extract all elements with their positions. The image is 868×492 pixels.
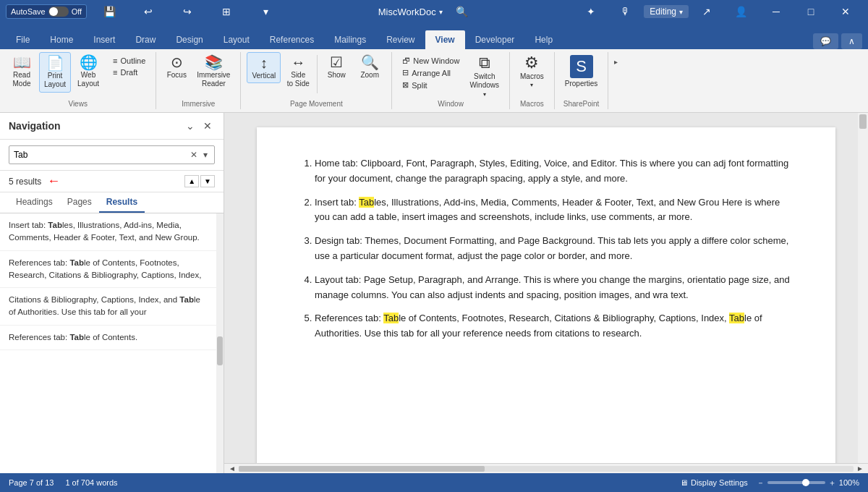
side-to-side-button[interactable]: ↔ Sideto Side: [282, 52, 314, 91]
title-search-button[interactable]: 🔍: [446, 0, 479, 23]
outline-button[interactable]: ≡ Outline: [109, 55, 150, 67]
outline-label: Outline: [120, 56, 145, 65]
split-label: Split: [412, 81, 427, 90]
tab-draw[interactable]: Draw: [125, 30, 166, 49]
nav-collapse-button[interactable]: ⌄: [183, 119, 197, 133]
editing-mode-dropdown: ▾: [679, 8, 683, 16]
zoom-slider[interactable]: [767, 481, 825, 484]
hscroll-left-button[interactable]: ◄: [226, 465, 239, 472]
zoom-decrease-button[interactable]: －: [757, 478, 765, 488]
read-mode-button[interactable]: 📖 ReadMode: [6, 52, 38, 91]
nav-scrollbar[interactable]: [216, 213, 224, 473]
web-layout-label: WebLayout: [77, 71, 99, 88]
tab-home[interactable]: Home: [40, 30, 83, 49]
show-button[interactable]: ☑ Show: [320, 52, 352, 82]
hscroll-track: [239, 466, 854, 472]
more-tools-button[interactable]: ▾: [249, 0, 282, 23]
title-bar: AutoSave Off 💾 ↩ ↪ ⊞ ▾ MiscWorkDoc ▾ 🔍 ✦…: [0, 0, 868, 23]
editing-mode-button[interactable]: Editing ▾: [644, 5, 689, 18]
copilot-button[interactable]: ✦: [574, 0, 608, 23]
tab-references[interactable]: References: [260, 30, 324, 49]
zoom-button[interactable]: 🔍 Zoom: [354, 52, 386, 82]
immersive-reader-button[interactable]: 📚 ImmersiveReader: [192, 52, 234, 91]
list-item[interactable]: Citations & Bibliography, Captions, Inde…: [0, 288, 216, 326]
nav-prev-button[interactable]: ▲: [184, 175, 199, 187]
doc-vscroll-thumb[interactable]: [859, 114, 867, 129]
properties-button[interactable]: S Properties: [561, 52, 603, 90]
focus-button[interactable]: ⊙ Focus: [162, 52, 191, 82]
tab-view[interactable]: View: [425, 30, 465, 49]
split-button[interactable]: ⊠ Split: [398, 79, 464, 91]
minimize-button[interactable]: ─: [760, 0, 793, 23]
draft-button[interactable]: ≡ Draft: [109, 67, 150, 78]
display-settings-icon: 🖥: [680, 478, 688, 487]
nav-search-input[interactable]: [14, 150, 188, 160]
nav-search-box: ✕ ▾: [9, 145, 215, 164]
list-item-1: Home tab: Clipboard, Font, Paragraph, St…: [315, 156, 792, 187]
list-item-3: Design tab: Themes, Document Formatting,…: [315, 234, 792, 264]
profile-button[interactable]: 👤: [725, 0, 758, 23]
switch-windows-button[interactable]: ⧉ SwitchWindows ▾: [465, 52, 503, 101]
autosave-toggle[interactable]: [48, 7, 69, 17]
share-button[interactable]: ↗: [690, 0, 723, 23]
web-layout-icon: 🌐: [80, 55, 98, 69]
doc-title-dropdown[interactable]: ▾: [439, 8, 443, 16]
arrange-all-button[interactable]: ⊟ Arrange All: [398, 67, 464, 79]
zoom-increase-button[interactable]: ＋: [828, 478, 836, 488]
tab-file[interactable]: File: [6, 30, 40, 49]
ribbon-more-button[interactable]: ▸: [608, 55, 624, 69]
new-window-button[interactable]: 🗗 New Window: [398, 55, 464, 67]
print-layout-label: PrintLayout: [44, 72, 66, 89]
list-item[interactable]: References tab: Table of Contents, Footn…: [0, 251, 216, 289]
switch-windows-icon: ⧉: [479, 55, 490, 71]
status-left: Page 7 of 13 1 of 704 words: [9, 478, 118, 487]
tab-insert[interactable]: Insert: [83, 30, 125, 49]
undo-button[interactable]: ↩: [132, 0, 165, 23]
nav-search-clear-button[interactable]: ✕: [188, 149, 200, 161]
layout-toggle-button[interactable]: ⊞: [210, 0, 243, 23]
nav-tab-headings[interactable]: Headings: [9, 192, 60, 213]
doc-title: MiscWorkDoc: [378, 7, 436, 17]
close-button[interactable]: ✕: [829, 0, 862, 23]
nav-next-button[interactable]: ▼: [200, 175, 215, 187]
nav-tab-results[interactable]: Results: [99, 192, 145, 213]
autosave-badge[interactable]: AutoSave Off: [6, 4, 87, 19]
nav-list-scroll-wrapper: Insert tab: Tables, Illustrations, Add-i…: [0, 213, 224, 473]
vertical-button[interactable]: ↕ Vertical: [247, 52, 281, 83]
tab-developer[interactable]: Developer: [465, 30, 525, 49]
focus-label: Focus: [167, 71, 187, 79]
toggle-knob: [49, 7, 58, 16]
highlight-tab-5a: Tab: [383, 313, 399, 323]
save-button[interactable]: 💾: [93, 0, 126, 23]
zoom-label: Zoom: [360, 71, 379, 79]
nav-close-button[interactable]: ✕: [200, 119, 215, 133]
doc-vscrollbar[interactable]: [858, 113, 868, 463]
scrollbar-space: [216, 213, 224, 228]
print-layout-button[interactable]: 📄 PrintLayout: [39, 52, 71, 93]
hscroll-right-button[interactable]: ►: [854, 465, 867, 472]
doc-wrapper: Home tab: Clipboard, Font, Paragraph, St…: [224, 113, 868, 473]
list-item[interactable]: Insert tab: Tables, Illustrations, Add-i…: [0, 213, 216, 251]
nav-scroll-thumb[interactable]: [217, 336, 223, 365]
maximize-button[interactable]: □: [794, 0, 827, 23]
display-settings-button[interactable]: 🖥 Display Settings: [680, 478, 748, 487]
tab-review[interactable]: Review: [376, 30, 425, 49]
tab-layout[interactable]: Layout: [213, 30, 260, 49]
nav-search-dropdown-button[interactable]: ▾: [201, 149, 210, 161]
comments-button[interactable]: 💬: [813, 33, 838, 49]
editing-mode-label: Editing: [650, 7, 676, 17]
doc-hscrollbar[interactable]: ◄ ►: [224, 463, 868, 473]
redo-button[interactable]: ↪: [171, 0, 204, 23]
doc-area[interactable]: Home tab: Clipboard, Font, Paragraph, St…: [224, 113, 868, 463]
tab-mailings[interactable]: Mailings: [324, 30, 376, 49]
results-arrow-icon: ←: [47, 174, 60, 189]
list-item[interactable]: References tab: Table of Contents.: [0, 326, 216, 350]
hscroll-thumb[interactable]: [239, 466, 485, 472]
macros-button[interactable]: ⚙ Macros ▾: [516, 52, 548, 91]
dictate-button[interactable]: 🎙: [609, 0, 642, 23]
nav-tab-pages[interactable]: Pages: [60, 192, 99, 213]
tab-design[interactable]: Design: [166, 30, 213, 49]
web-layout-button[interactable]: 🌐 WebLayout: [72, 52, 104, 91]
ribbon-collapse-button[interactable]: ∧: [841, 33, 862, 49]
tab-help[interactable]: Help: [524, 30, 563, 49]
